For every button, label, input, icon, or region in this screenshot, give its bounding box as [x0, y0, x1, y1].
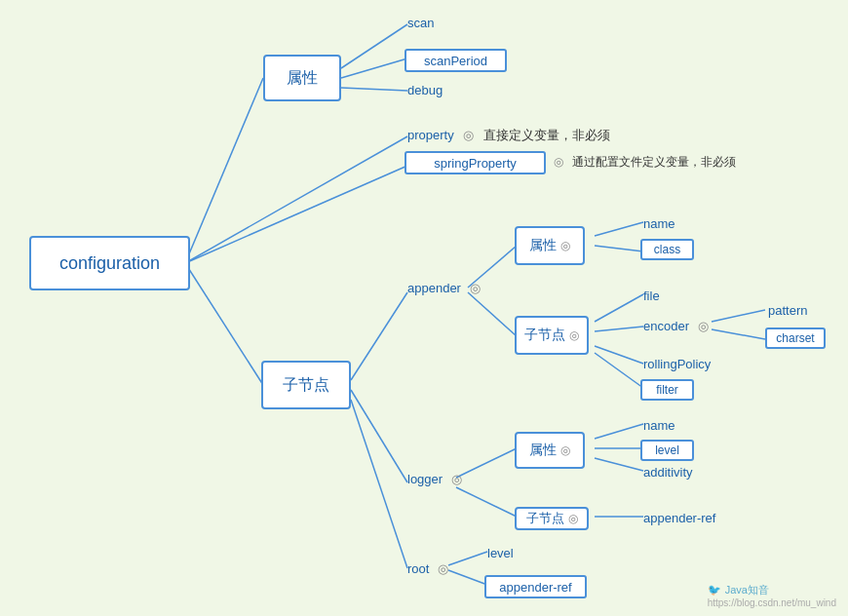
appender-class: class [640, 239, 694, 260]
svg-line-16 [595, 346, 643, 364]
child-nodes-box: 子节点 [261, 361, 351, 409]
watermark-url: https://blog.csdn.net/mu_wind [708, 597, 836, 608]
svg-line-19 [712, 329, 765, 339]
charset-node: charset [765, 327, 826, 349]
child-nodes-label: 子节点 [283, 375, 329, 396]
encoder-node: encoder ◎ [643, 319, 709, 333]
logger-level: level [640, 440, 694, 461]
svg-line-2 [185, 166, 407, 263]
pattern-node: pattern [768, 303, 807, 318]
svg-line-26 [448, 552, 487, 565]
scanperiod-node: scanPeriod [405, 49, 507, 72]
property-node: property ◎ 直接定义变量，非必须 [407, 127, 610, 144]
root-text-node: root ◎ [407, 561, 448, 576]
diagram-container: configuration 属性 scan scanPeriod debug p… [0, 0, 848, 616]
logger-additivity: additivity [643, 465, 693, 480]
root-level: level [487, 546, 514, 560]
svg-line-21 [456, 487, 517, 517]
appender-attr-box: 属性 ◎ [515, 226, 585, 265]
svg-line-8 [351, 390, 407, 482]
attr-top-label: 属性 [287, 68, 318, 89]
svg-line-22 [595, 424, 643, 439]
springproperty-node: springProperty [405, 151, 546, 174]
filter-node: filter [640, 379, 694, 401]
svg-line-1 [185, 136, 407, 263]
svg-line-7 [351, 292, 407, 380]
svg-line-0 [185, 78, 263, 263]
appender-file: file [643, 289, 660, 303]
appender-name: name [643, 216, 675, 231]
logger-node: logger ◎ [407, 472, 462, 486]
watermark: 🐦 Java知音 https://blog.csdn.net/mu_wind [708, 583, 836, 608]
logger-child-box: 子节点 ◎ [515, 507, 589, 530]
svg-line-15 [595, 327, 643, 331]
svg-line-6 [341, 88, 407, 91]
logger-appender-ref: appender-ref [643, 511, 715, 525]
logger-name: name [643, 418, 675, 433]
svg-line-11 [468, 292, 517, 336]
svg-line-18 [712, 310, 765, 322]
svg-line-17 [595, 353, 643, 388]
svg-line-14 [595, 294, 643, 322]
watermark-logo-text: Java知音 [725, 583, 769, 597]
attr-top-box: 属性 [263, 55, 341, 101]
svg-line-24 [595, 458, 643, 471]
rollingpolicy-node: rollingPolicy [643, 357, 711, 371]
svg-line-27 [448, 570, 487, 585]
root-appender-ref: appender-ref [484, 575, 587, 598]
springproperty-desc: ◎ 通过配置文件定义变量，非必须 [554, 154, 736, 171]
svg-line-13 [595, 246, 643, 251]
svg-line-3 [185, 263, 263, 385]
watermark-icon: 🐦 [708, 584, 721, 597]
debug-node: debug [407, 83, 443, 97]
scan-node: scan [407, 16, 434, 30]
appender-child-box: 子节点 ◎ [515, 316, 589, 355]
svg-line-12 [595, 222, 643, 236]
svg-line-20 [456, 448, 517, 478]
appender-node: appender ◎ [407, 281, 481, 295]
root-node: configuration [29, 236, 190, 290]
root-label: configuration [59, 253, 160, 274]
svg-line-9 [351, 400, 407, 568]
logger-attr-box: 属性 ◎ [515, 432, 585, 469]
